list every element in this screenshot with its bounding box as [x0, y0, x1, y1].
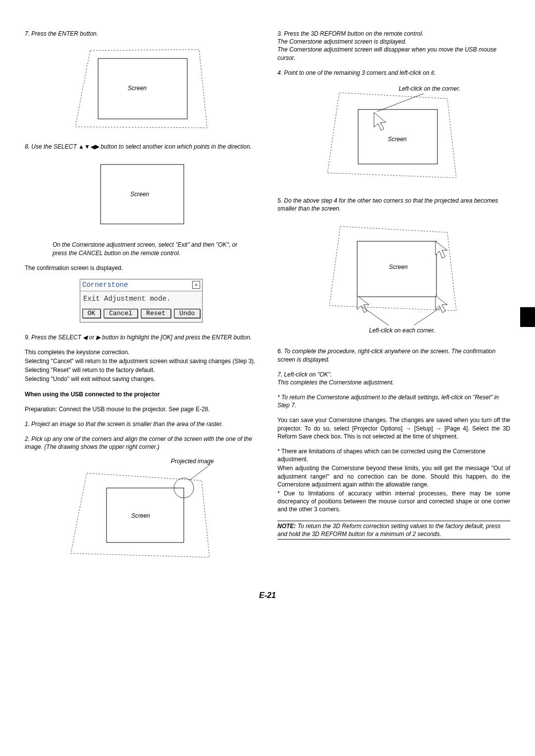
cancel-button[interactable]: Cancel	[104, 309, 138, 318]
svg-text:Screen: Screen	[388, 136, 407, 143]
svg-text:Screen: Screen	[128, 85, 147, 92]
limitation-body: When adjusting the Cornerstone beyond th…	[277, 464, 510, 488]
undo-button[interactable]: Undo	[174, 309, 200, 318]
reset-effect: Selecting "Reset" will return to the fac…	[25, 366, 258, 374]
side-black-tab	[520, 307, 535, 327]
cornerstone-exit-note: On the Cornerstone adjustment screen, se…	[53, 241, 248, 257]
svg-marker-11	[327, 93, 456, 178]
svg-text:Screen: Screen	[130, 191, 149, 198]
dialog-title: Cornerstone	[82, 280, 128, 290]
r-step-3: 3. Press the 3D REFORM button on the rem…	[277, 30, 510, 62]
close-icon[interactable]: ×	[192, 281, 200, 289]
figure-click-each-corner: Screen Left-click on each corner.	[277, 219, 510, 338]
ok-button[interactable]: OK	[82, 309, 101, 318]
step-9: 9. Press the SELECT ◀ or ▶ button to hig…	[25, 333, 258, 341]
svg-line-13	[377, 94, 424, 111]
figure-click-corner: Left-click on the corner. Screen	[277, 84, 510, 188]
svg-text:Screen: Screen	[389, 264, 408, 270]
usb-step-2: 2. Pick up any one of the corners and al…	[25, 435, 258, 451]
figure-screen-keystone-2: Screen	[25, 158, 258, 232]
left-column: 7. Press the ENTER button. Screen 8. Use…	[25, 30, 258, 576]
svg-text:Left-click on each corner.: Left-click on each corner.	[369, 327, 435, 334]
figure-projected-image: Projected image Screen	[25, 458, 258, 567]
factory-note: NOTE: To return the 3D Reform correction…	[277, 521, 510, 540]
svg-line-19	[362, 307, 389, 325]
save-paragraph: You can save your Cornerstone changes. T…	[277, 416, 510, 440]
r-step-4: 4. Point to one of the remaining 3 corne…	[277, 69, 510, 77]
step-8: 8. Use the SELECT ▲▼◀▶ button to select …	[25, 143, 258, 151]
usb-step-1: 1. Project an image so that the screen i…	[25, 420, 258, 428]
completes-keystone: This completes the keystone correction.	[25, 348, 258, 356]
confirm-displayed: The confirmation screen is displayed.	[25, 264, 258, 272]
limitation-star: * There are limitations of shapes which …	[277, 447, 510, 463]
r-star-reset: * To return the Cornerstone adjustment t…	[277, 393, 510, 409]
figure-screen-keystone-1: Screen	[25, 45, 258, 134]
page-number: E-21	[25, 590, 510, 601]
r-step-7: 7. Left-click on "OK". This completes th…	[277, 371, 510, 386]
factory-note-text: To return the 3D Reform correction setti…	[277, 523, 500, 538]
undo-effect: Selecting "Undo" will exit without savin…	[25, 375, 258, 383]
svg-text:Screen: Screen	[131, 512, 150, 519]
accuracy-star: * Due to limitations of accuracy within …	[277, 489, 510, 514]
reset-button[interactable]: Reset	[141, 309, 171, 318]
cancel-effect: Selecting "Cancel" will return to the ad…	[25, 357, 258, 365]
step-7: 7. Press the ENTER button.	[25, 30, 258, 38]
dialog-message: Exit Adjustment mode.	[80, 291, 202, 307]
right-column: 3. Press the 3D REFORM button on the rem…	[277, 30, 510, 576]
usb-heading: When using the USB connected to the proj…	[25, 390, 258, 398]
svg-text:Projected image: Projected image	[171, 458, 214, 465]
svg-line-8	[190, 464, 211, 480]
usb-prep: Preparation: Connect the USB mouse to th…	[25, 405, 258, 413]
svg-line-20	[414, 308, 440, 325]
r-step-6: 6. To complete the procedure, right-clic…	[277, 347, 510, 363]
cornerstone-dialog: Cornerstone × Exit Adjustment mode. OK C…	[80, 279, 203, 323]
r-step-5: 5. Do the above step 4 for the other two…	[277, 197, 510, 213]
svg-text:Left-click on the corner.: Left-click on the corner.	[399, 85, 460, 92]
